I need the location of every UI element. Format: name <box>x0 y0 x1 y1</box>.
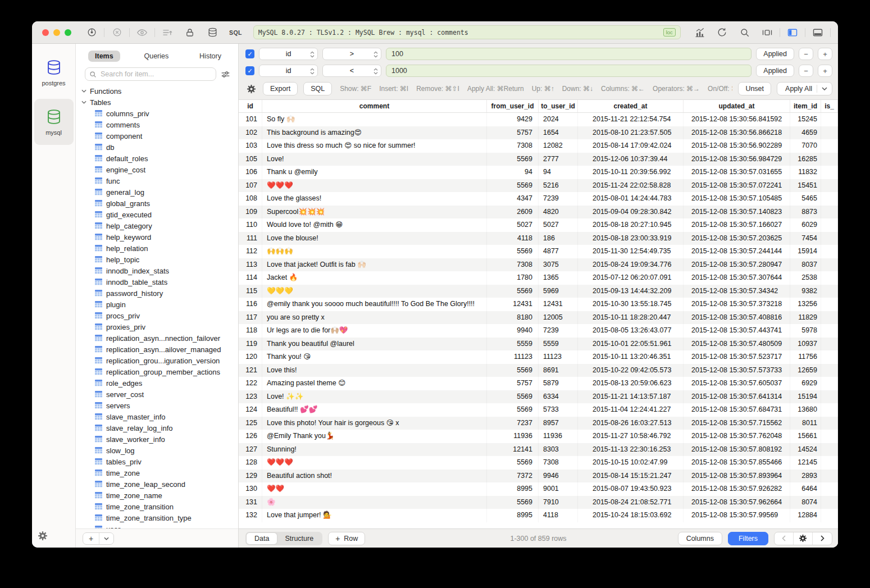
cell-id[interactable]: 105 <box>239 153 262 166</box>
lock-icon[interactable] <box>184 27 195 38</box>
cell-id[interactable]: 119 <box>239 338 262 351</box>
cell-from_user_id[interactable]: 5569 <box>487 285 539 298</box>
cell-is_truncated[interactable] <box>821 166 838 179</box>
cell-created_at[interactable]: 2015-10-11 20:39:56.992 <box>578 166 684 179</box>
cell-comment[interactable]: 🙌🙌🙌 <box>262 245 487 258</box>
cell-id[interactable]: 117 <box>239 311 262 325</box>
cell-from_user_id[interactable]: 11936 <box>487 430 539 443</box>
cell-comment[interactable]: Thank you beautiful @laurel <box>262 338 487 351</box>
cell-item_id[interactable]: 11832 <box>790 166 821 179</box>
cell-comment[interactable]: Stunning! <box>262 443 487 457</box>
cell-from_user_id[interactable]: 5569 <box>487 245 539 258</box>
cell-id[interactable]: 101 <box>239 113 262 126</box>
cell-to_user_id[interactable]: 1654 <box>539 126 578 140</box>
cell-updated_at[interactable]: 2015-12-08 15:30:57.893964 <box>684 470 790 483</box>
table-row[interactable]: 116@emily thank you soooo much beautiful… <box>239 298 838 311</box>
table-row[interactable]: 102This background is amazing😍5757165420… <box>239 126 838 140</box>
unset-button[interactable]: Unset <box>738 82 771 95</box>
cell-is_truncated[interactable] <box>821 443 838 457</box>
cell-created_at[interactable]: 2015-09-04 09:28:30.842 <box>578 206 684 219</box>
table-row[interactable]: 105Love!556927772015-12-06 10:37:39.4420… <box>239 153 838 166</box>
sidebar-item-slave_master_info[interactable]: slave_master_info <box>81 411 238 422</box>
cell-updated_at[interactable]: 2015-12-08 15:30:57.573733 <box>684 364 790 377</box>
cell-created_at[interactable]: 2015-09-13 14:44:32.209 <box>578 285 684 298</box>
cell-updated_at[interactable]: 2015-12-08 15:30:57.715562 <box>684 417 790 430</box>
sidebar-item-help_category[interactable]: help_category <box>81 220 238 231</box>
app-settings-gear-icon[interactable] <box>38 531 48 541</box>
sidebar-item-global_grants[interactable]: global_grants <box>81 198 238 209</box>
cell-is_truncated[interactable] <box>821 245 838 258</box>
focus-view-icon[interactable] <box>762 27 773 38</box>
cell-from_user_id[interactable]: 5757 <box>487 377 539 390</box>
cell-id[interactable]: 131 <box>239 496 262 509</box>
cell-item_id[interactable]: 2538 <box>790 271 821 285</box>
cell-id[interactable]: 127 <box>239 443 262 457</box>
cell-comment[interactable]: @Emily Thank you💃 <box>262 430 487 443</box>
sidebar-item-server_cost[interactable]: server_cost <box>81 389 238 400</box>
cell-item_id[interactable]: 5978 <box>790 324 821 338</box>
cell-id[interactable]: 113 <box>239 258 262 272</box>
cell-to_user_id[interactable]: 1365 <box>539 271 578 285</box>
table-row[interactable]: 103Love this dress so much 😍 so nice for… <box>239 139 838 153</box>
cell-to_user_id[interactable]: 9946 <box>539 470 578 483</box>
cell-id[interactable]: 128 <box>239 456 262 470</box>
cell-from_user_id[interactable]: 12141 <box>487 443 539 457</box>
sidebar-item-slow_log[interactable]: slow_log <box>81 445 238 456</box>
toggle-sidebar-icon[interactable] <box>787 27 798 38</box>
table-row[interactable]: 110Would love to! @mith 😁502750272015-08… <box>239 218 838 232</box>
cell-created_at[interactable]: 2015-08-14 15:15:21.247 <box>578 470 684 483</box>
filter-settings-gear-icon[interactable] <box>247 84 256 94</box>
column-header-created_at[interactable]: created_at <box>578 100 684 112</box>
cell-comment[interactable]: Amazing pastel theme 😊 <box>262 377 487 390</box>
cell-created_at[interactable]: 2015-08-10 21:23:57.505 <box>578 126 684 140</box>
cell-is_truncated[interactable] <box>821 232 838 245</box>
cell-created_at[interactable]: 2015-10-11 13:20:46.351 <box>578 350 684 364</box>
cell-created_at[interactable]: 2015-10-15 10:02:47.99 <box>578 456 684 470</box>
tab-history[interactable]: History <box>193 51 228 62</box>
cell-id[interactable]: 116 <box>239 298 262 311</box>
cell-to_user_id[interactable]: 12431 <box>539 298 578 311</box>
cell-comment[interactable]: Beautiful action shot! <box>262 470 487 483</box>
filter-enabled-checkbox[interactable]: ✓ <box>245 66 254 75</box>
filter-enabled-checkbox[interactable]: ✓ <box>245 49 254 58</box>
cell-updated_at[interactable]: 2015-12-08 15:30:57.605037 <box>684 377 790 390</box>
cell-item_id[interactable]: 5465 <box>790 192 821 206</box>
sidebar-item-help_keyword[interactable]: help_keyword <box>81 231 238 243</box>
cell-from_user_id[interactable]: 5559 <box>487 338 539 351</box>
cell-to_user_id[interactable]: 2777 <box>539 153 578 166</box>
tab-structure[interactable]: Structure <box>277 533 321 544</box>
cell-updated_at[interactable]: 2015-12-08 15:30:57.480509 <box>684 338 790 351</box>
table-row[interactable]: 114Jacket 🔥178013652015-07-12 06:20:07.0… <box>239 271 838 285</box>
table-row[interactable]: 108Love the glasses!434772392015-08-01 1… <box>239 192 838 206</box>
cell-comment[interactable]: Love this dress so much 😍 so nice for su… <box>262 139 487 153</box>
database-icon[interactable] <box>207 27 218 38</box>
cell-updated_at[interactable]: 2015-12-08 15:30:57.105485 <box>684 192 790 206</box>
cell-item_id[interactable]: 8074 <box>790 496 821 509</box>
cell-from_user_id[interactable]: 5569 <box>487 403 539 417</box>
table-row[interactable]: 132Love that jumper! 💁899541182015-10-24… <box>239 509 838 522</box>
cell-from_user_id[interactable]: 5569 <box>487 496 539 509</box>
cell-created_at[interactable]: 2015-11-30 12:54:49.735 <box>578 245 684 258</box>
cell-created_at[interactable]: 2015-10-11 18:28:20.447 <box>578 311 684 325</box>
sidebar-item-gtid_executed[interactable]: gtid_executed <box>81 209 238 220</box>
cell-from_user_id[interactable]: 5569 <box>487 364 539 377</box>
cell-item_id[interactable]: 13256 <box>790 298 821 311</box>
cell-comment[interactable]: Would love to! @mith 😁 <box>262 218 487 232</box>
sidebar-item-engine_cost[interactable]: engine_cost <box>81 164 238 175</box>
cell-comment[interactable]: Love the glasses! <box>262 192 487 206</box>
connection-mysql[interactable]: mysql <box>34 99 74 145</box>
cell-id[interactable]: 129 <box>239 470 262 483</box>
cell-updated_at[interactable]: 2015-12-08 15:30:57.762048 <box>684 430 790 443</box>
sidebar-item-slave_worker_info[interactable]: slave_worker_info <box>81 434 238 445</box>
sidebar-item-time_zone[interactable]: time_zone <box>81 467 238 478</box>
cell-item_id[interactable]: 15245 <box>790 113 821 126</box>
cell-item_id[interactable]: 10937 <box>790 338 821 351</box>
cell-created_at[interactable]: 2015-08-18 23:00:33.919 <box>578 232 684 245</box>
item-search-field[interactable] <box>85 67 216 81</box>
cell-updated_at[interactable]: 2015-12-08 15:30:57.684731 <box>684 403 790 417</box>
cell-item_id[interactable]: 16285 <box>790 153 821 166</box>
cell-item_id[interactable]: 13680 <box>790 403 821 417</box>
cell-created_at[interactable]: 2015-08-05 13:26:43.077 <box>578 324 684 338</box>
cell-from_user_id[interactable]: 4347 <box>487 192 539 206</box>
column-header-updated_at[interactable]: updated_at <box>684 100 790 112</box>
